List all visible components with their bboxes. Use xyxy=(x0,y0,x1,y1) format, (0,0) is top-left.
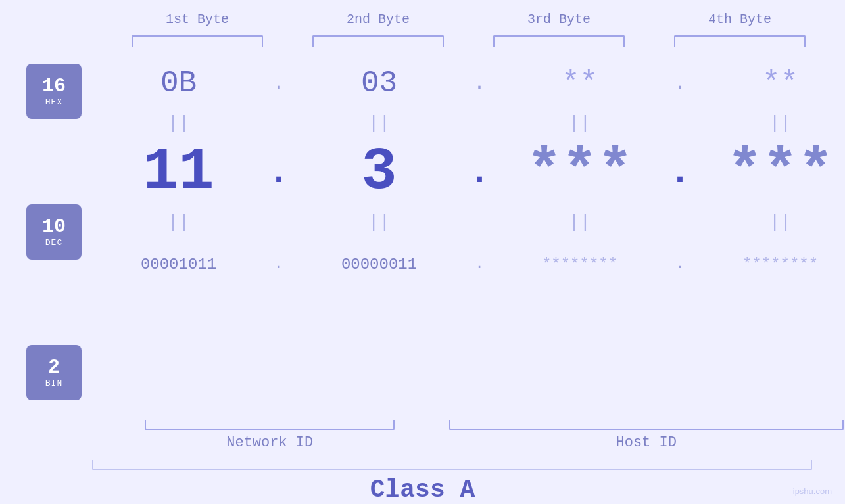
network-id-label: Network ID xyxy=(226,434,313,451)
bottom-bracket-row xyxy=(88,296,845,312)
top-bracket-row xyxy=(0,32,845,51)
hex-dot-2: . xyxy=(470,72,489,95)
hex-byte4: ** xyxy=(690,66,845,101)
sep-2-byte2: || xyxy=(289,212,470,232)
byte-header-2: 2nd Byte xyxy=(288,12,469,32)
bracket-cell-2 xyxy=(288,35,469,47)
dec-row: 11 . 3 . *** . *** xyxy=(88,136,845,208)
bracket-labels-row: Network ID Host ID xyxy=(92,420,845,451)
class-bottom-bracket xyxy=(92,460,812,470)
network-bottom-bracket xyxy=(145,420,395,430)
hex-dot-3: . xyxy=(670,72,690,95)
hex-badge-label: HEX xyxy=(45,97,62,107)
bracket-3 xyxy=(493,35,625,47)
bin-byte1: 00001011 xyxy=(88,256,269,273)
sep-2-byte3: || xyxy=(489,212,670,232)
bracket-1 xyxy=(132,35,263,47)
sep-1-byte2: || xyxy=(289,113,470,133)
hex-row: 0B . 03 . ** . ** xyxy=(88,57,845,110)
byte-header-4: 4th Byte xyxy=(650,12,831,32)
hex-byte3: ** xyxy=(489,66,670,101)
bracket-cell-3 xyxy=(469,35,650,47)
dec-dot-1: . xyxy=(269,152,289,193)
bracket-cell-1 xyxy=(107,35,288,47)
dec-badge-number: 10 xyxy=(42,216,66,238)
class-label: Class A xyxy=(370,476,475,504)
bin-byte2: 00000011 xyxy=(289,256,470,273)
host-bottom-bracket xyxy=(449,420,844,430)
bin-byte3: ******** xyxy=(489,256,670,273)
bin-dot-2: . xyxy=(470,256,489,273)
content-area: 16 HEX 10 DEC 2 BIN 0B . xyxy=(0,57,845,419)
dec-dot-3: . xyxy=(670,152,690,193)
main-container: 1st Byte 2nd Byte 3rd Byte 4th Byte 16 H… xyxy=(0,0,845,504)
byte-header-1: 1st Byte xyxy=(107,12,288,32)
sep-1-byte3: || xyxy=(489,113,670,133)
bin-badge: 2 BIN xyxy=(26,345,82,400)
bin-dot-3: . xyxy=(670,256,690,273)
hex-badge-number: 16 xyxy=(42,76,66,97)
dec-byte1: 11 xyxy=(88,139,269,206)
bracket-2 xyxy=(312,35,444,47)
network-bracket-group: Network ID xyxy=(92,420,447,451)
badge-column: 16 HEX 10 DEC 2 BIN xyxy=(26,57,82,400)
dec-badge: 10 DEC xyxy=(26,204,82,260)
sep-row-1: || || || || xyxy=(88,110,845,136)
host-id-label: Host ID xyxy=(616,434,677,451)
bin-dot-1: . xyxy=(269,256,289,273)
dec-badge-label: DEC xyxy=(45,238,62,248)
class-section xyxy=(92,460,845,470)
values-grid: 0B . 03 . ** . ** xyxy=(88,57,845,312)
hex-byte2: 03 xyxy=(289,66,470,101)
bin-badge-label: BIN xyxy=(45,378,62,388)
lower-section: Network ID Host ID xyxy=(0,420,845,470)
dec-byte2: 3 xyxy=(289,139,470,206)
host-bracket-group: Host ID xyxy=(447,420,845,451)
hex-byte1: 0B xyxy=(88,66,269,101)
byte-header-3: 3rd Byte xyxy=(469,12,650,32)
sep-row-2: || || || || xyxy=(88,208,845,235)
bin-row: 00001011 . 00000011 . ******** . xyxy=(88,235,845,294)
bracket-cell-4 xyxy=(650,35,831,47)
hex-dot-1: . xyxy=(269,72,289,95)
watermark: ipshu.com xyxy=(793,486,832,496)
dec-dot-2: . xyxy=(470,152,489,193)
class-label-container: Class A xyxy=(0,476,845,504)
byte-headers: 1st Byte 2nd Byte 3rd Byte 4th Byte xyxy=(0,0,845,32)
dec-byte4: *** xyxy=(690,139,845,206)
sep-1-byte4: || xyxy=(690,113,845,133)
bin-byte4: ******** xyxy=(690,256,845,273)
sep-1-byte1: || xyxy=(88,113,269,133)
sep-2-byte1: || xyxy=(88,212,269,232)
sep-2-byte4: || xyxy=(690,212,845,232)
dec-byte3: *** xyxy=(489,139,670,206)
bin-badge-number: 2 xyxy=(48,357,60,378)
bracket-4 xyxy=(674,35,806,47)
hex-badge: 16 HEX xyxy=(26,64,82,119)
